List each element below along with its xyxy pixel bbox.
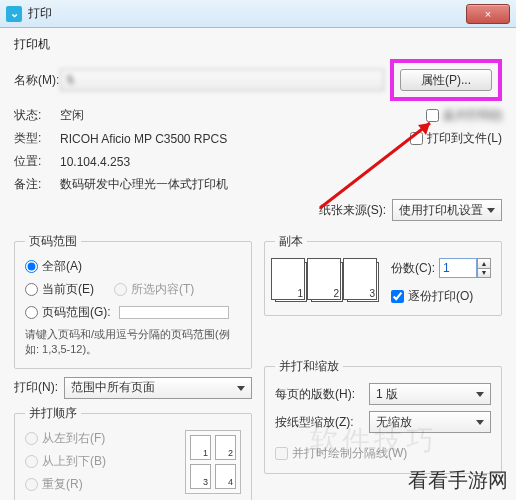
copies-input[interactable]: 1 [439, 258, 477, 278]
scale-group: 并打和缩放 每页的版数(H): 1 版 按纸型缩放(Z): 无缩放 并打时绘制分… [264, 358, 502, 474]
range-selection-radio: 所选内容(T) [114, 281, 194, 298]
scale-to-paper-dropdown[interactable]: 无缩放 [369, 411, 491, 433]
printer-name-row: 名称(M): \\ 属性(P)... [14, 59, 502, 101]
copies-label: 份数(C): [391, 260, 435, 277]
copies-legend: 副本 [275, 233, 307, 250]
printer-type-row: 类型: RICOH Aficio MP C3500 RPCS 打印到文件(L) [14, 130, 502, 147]
print-order-legend: 并打顺序 [25, 405, 81, 422]
printer-where-value: 10.104.4.253 [60, 155, 130, 169]
printer-name-label: 名称(M): [14, 72, 60, 89]
copies-spinner[interactable]: ▲▼ [477, 258, 491, 278]
print-what-row: 打印(N): 范围中所有页面 [14, 377, 252, 399]
app-icon: ⌄ [6, 6, 22, 22]
printer-comment-value: 数码研发中心理光一体式打印机 [60, 176, 228, 193]
printer-status-row: 状态: 空闲 反片打印(I) [14, 107, 502, 124]
draw-border-checkbox: 并打时绘制分隔线(W) [275, 445, 407, 462]
copies-group: 副本 1 2 3 份数(C): 1 ▲▼ [264, 233, 502, 316]
reverse-print-checkbox[interactable]: 反片打印(I) [426, 107, 502, 124]
pages-per-sheet-dropdown[interactable]: 1 版 [369, 383, 491, 405]
print-order-group: 并打顺序 从左到右(F) 从上到下(B) 重复(R) 1234 [14, 405, 252, 500]
order-ttb-radio: 从上到下(B) [25, 453, 106, 470]
paper-source-label: 纸张来源(S): [319, 202, 386, 219]
print-what-label: 打印(N): [14, 379, 58, 396]
printer-where-label: 位置: [14, 153, 60, 170]
range-current-radio[interactable]: 当前页(E) [25, 281, 94, 298]
window-title: 打印 [28, 5, 52, 22]
printer-type-value: RICOH Aficio MP C3500 RPCS [60, 132, 227, 146]
printer-comment-row: 备注: 数码研发中心理光一体式打印机 [14, 176, 502, 193]
dialog-body: 打印机 名称(M): \\ 属性(P)... 状态: 空闲 反片打印(I) 类型… [0, 28, 516, 500]
order-repeat-radio: 重复(R) [25, 476, 106, 493]
printer-section-title: 打印机 [14, 36, 502, 53]
close-button[interactable]: × [466, 4, 510, 24]
printer-type-label: 类型: [14, 130, 60, 147]
paper-source-row: 纸张来源(S): 使用打印机设置 [14, 199, 502, 221]
page-range-group: 页码范围 全部(A) 当前页(E) 所选内容(T) [14, 233, 252, 369]
range-pages-input[interactable] [119, 306, 229, 319]
paper-source-dropdown[interactable]: 使用打印机设置 [392, 199, 502, 221]
spin-down-icon: ▼ [478, 269, 490, 278]
collate-checkbox[interactable]: 逐份打印(O) [391, 288, 491, 305]
title-bar: ⌄ 打印 × [0, 0, 516, 28]
printer-status-value: 空闲 [60, 107, 84, 124]
spin-up-icon: ▲ [478, 259, 490, 269]
pages-per-sheet-label: 每页的版数(H): [275, 386, 369, 403]
scale-legend: 并打和缩放 [275, 358, 343, 375]
copies-count-row: 份数(C): 1 ▲▼ [391, 258, 491, 278]
page-range-legend: 页码范围 [25, 233, 81, 250]
range-hint: 请键入页码和/或用逗号分隔的页码范围(例如: 1,3,5-12)。 [25, 327, 241, 358]
range-pages-radio[interactable]: 页码范围(G): [25, 304, 241, 321]
order-ltr-radio: 从左到右(F) [25, 430, 106, 447]
collate-preview-icon: 1 2 3 [275, 262, 379, 302]
order-preview-icon: 1234 [185, 430, 241, 494]
printer-comment-label: 备注: [14, 176, 60, 193]
properties-button[interactable]: 属性(P)... [400, 69, 492, 91]
printer-where-row: 位置: 10.104.4.253 [14, 153, 502, 170]
scale-to-paper-label: 按纸型缩放(Z): [275, 414, 369, 431]
print-to-file-checkbox[interactable]: 打印到文件(L) [410, 130, 502, 147]
range-all-radio[interactable]: 全部(A) [25, 258, 241, 275]
properties-highlight: 属性(P)... [390, 59, 502, 101]
printer-name-dropdown[interactable]: \\ [60, 69, 384, 91]
close-icon: × [485, 8, 491, 20]
print-what-dropdown[interactable]: 范围中所有页面 [64, 377, 252, 399]
printer-status-label: 状态: [14, 107, 60, 124]
